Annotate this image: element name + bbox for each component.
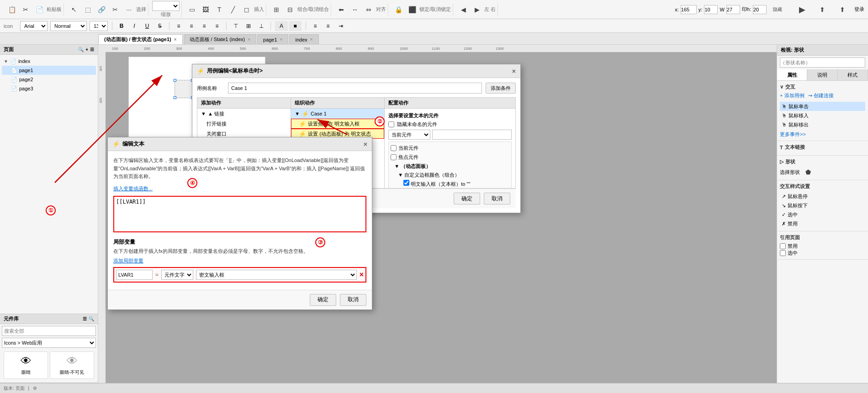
canvas-widget[interactable] (175, 80, 193, 98)
img-btn[interactable]: 🖼 (199, 3, 212, 16)
tab-2[interactable]: page1 × (257, 34, 288, 44)
move-right-btn[interactable]: ▶ (471, 3, 483, 16)
font-style-select[interactable]: Normal (50, 21, 87, 31)
handle-bl[interactable] (174, 96, 176, 99)
var-type-select[interactable]: 元件文字 (161, 270, 193, 280)
numbered-btn[interactable]: ≡ (323, 21, 333, 31)
tab-0[interactable]: (动态面板) / 密文状态 (page1) × (98, 34, 183, 44)
select2-btn[interactable]: ⬚ (81, 3, 94, 16)
shape-name-input[interactable] (780, 58, 865, 68)
focus-cb[interactable] (391, 154, 397, 160)
hotspot-btn[interactable]: ◻ (240, 3, 253, 16)
current-cb[interactable] (391, 145, 397, 151)
insert-var-link[interactable]: 插入变量或函数... (113, 185, 153, 192)
case-ok-btn[interactable]: 确定 (454, 193, 480, 204)
tab-3-close[interactable]: × (310, 37, 313, 42)
textbox-cb[interactable] (403, 180, 409, 186)
w-input[interactable] (726, 5, 740, 14)
tree-item-page3[interactable]: 📄 page3 (2, 84, 96, 93)
align-center-text-btn[interactable]: ≡ (186, 21, 196, 31)
distribute-btn[interactable]: ⇔ (362, 3, 375, 16)
text-btn[interactable]: T (213, 3, 226, 16)
components-section-header[interactable]: 元件库 ☰ 🔍 (0, 314, 98, 324)
component-eye[interactable]: 👁 眼睛 (4, 351, 48, 379)
more-btn[interactable]: ··· (122, 3, 135, 16)
valign-middle-btn[interactable]: ⊞ (243, 21, 254, 31)
var-source-select[interactable]: 密文输入框 (196, 270, 357, 280)
italic-btn[interactable]: I (129, 21, 139, 31)
disabled-checkbox[interactable] (780, 243, 786, 249)
share-btn[interactable]: ⬆ (814, 3, 831, 16)
cut-btn[interactable]: ✂ (19, 3, 32, 16)
disabled-item[interactable]: ✗ 禁用 (780, 219, 865, 228)
focus-component-item[interactable]: 焦点元件 (391, 153, 509, 162)
event-mouse-leave[interactable]: 🖱 鼠标移出 (780, 120, 865, 129)
text-cancel-btn[interactable]: 取消 (340, 294, 366, 306)
align-left-btn[interactable]: ⬅ (335, 3, 348, 16)
valign-bottom-btn[interactable]: ⊥ (256, 21, 266, 31)
align-justify-btn[interactable]: ≡ (212, 21, 222, 31)
right-tab-notes[interactable]: 说明 (807, 69, 837, 80)
tab-0-close[interactable]: × (174, 37, 177, 42)
copy-btn[interactable]: 📄 (33, 3, 46, 16)
align-center-btn[interactable]: ↔ (349, 3, 361, 16)
zoom-select[interactable]: 100% (152, 1, 180, 11)
align-left-text-btn[interactable]: ≡ (174, 21, 184, 31)
component-category-select[interactable]: Icons > Web应用 (2, 338, 96, 348)
shape-selector-btn[interactable]: ⬟ (803, 167, 814, 177)
action1-item[interactable]: ⚡ 设置焦点在 明文输入框 (291, 119, 384, 129)
align-right-text-btn[interactable]: ≡ (199, 21, 209, 31)
tab-1-close[interactable]: × (248, 37, 250, 42)
target-input[interactable] (432, 130, 512, 140)
case-name-input[interactable] (228, 83, 482, 94)
preview-btn[interactable]: ▶ (794, 3, 810, 16)
valign-top-btn[interactable]: ⊤ (231, 21, 241, 31)
comp-search-icon[interactable]: 🔍 (89, 316, 94, 321)
target-select[interactable]: 当前元件 (388, 130, 430, 140)
select-btn[interactable]: ↖ (68, 3, 80, 16)
x-input[interactable] (681, 5, 697, 14)
tree-item-page2[interactable]: 📄 page2 (2, 75, 96, 84)
event-mouse-click[interactable]: 🖱 鼠标单击 (780, 102, 865, 111)
add-condition-btn[interactable]: 添加条件 (486, 83, 516, 94)
rect-btn[interactable]: ▭ (185, 3, 198, 16)
group-btn[interactable]: ⊞ (270, 3, 283, 16)
pages-menu-icon[interactable]: ☰ (90, 47, 94, 52)
component-eye-invisible[interactable]: 👁 眼睛-不可见 (50, 351, 94, 379)
pages-add-icon[interactable]: + (85, 47, 88, 52)
tree-item-page1[interactable]: 📄 page1 (2, 66, 96, 75)
hide-unnamed-checkbox[interactable] (388, 121, 394, 127)
link-item[interactable]: ▼ ▲ 链接 (197, 109, 291, 119)
h-input[interactable] (753, 5, 767, 14)
publish-btn[interactable]: ⬆ (834, 3, 851, 16)
mousedown-item[interactable]: ↘ 鼠标按下 (780, 201, 865, 210)
pages-section-header[interactable]: 页面 🔍 + ☰ (0, 45, 98, 55)
strikethrough-btn[interactable]: S̶ (155, 21, 165, 31)
event-mouse-enter[interactable]: 🖱 鼠标移入 (780, 111, 865, 120)
text-editor-textarea[interactable]: [[LVAR1]] (113, 196, 366, 232)
handle-tl[interactable] (174, 79, 176, 82)
case-cancel-btn[interactable]: 取消 (484, 193, 510, 204)
ungroup-btn[interactable]: ⊟ (284, 3, 296, 16)
var-delete-btn[interactable]: × (360, 271, 364, 279)
paste-btn[interactable]: 📋 (5, 3, 18, 16)
component-search-input[interactable] (2, 326, 96, 336)
line-btn[interactable]: ╱ (227, 3, 239, 16)
right-tab-properties[interactable]: 属性 (777, 69, 807, 80)
pages-search-icon[interactable]: 🔍 (78, 47, 84, 52)
right-tab-style[interactable]: 样式 (838, 69, 868, 80)
order-btn[interactable]: ⬛ (406, 3, 418, 16)
text-editor-close[interactable]: × (364, 141, 367, 148)
lock-btn[interactable]: 🔒 (392, 3, 405, 16)
tab-2-close[interactable]: × (280, 37, 283, 42)
tree-item-index[interactable]: ▼ 📄 index (2, 57, 96, 66)
indent-btn[interactable]: ⇥ (336, 21, 346, 31)
move-left-btn[interactable]: ◀ (457, 3, 470, 16)
crop-btn[interactable]: ✂ (109, 3, 122, 16)
create-connection-link[interactable]: ⇝ 创建连接 (808, 92, 834, 99)
case-dialog-close[interactable]: × (512, 68, 516, 75)
selected-item[interactable]: ✓ 选中 (780, 210, 865, 219)
tab-1[interactable]: 动态面板 / State1 (index) × (184, 34, 257, 44)
font-family-select[interactable]: Arial (20, 21, 48, 31)
bullet-btn[interactable]: ≡ (310, 21, 320, 31)
